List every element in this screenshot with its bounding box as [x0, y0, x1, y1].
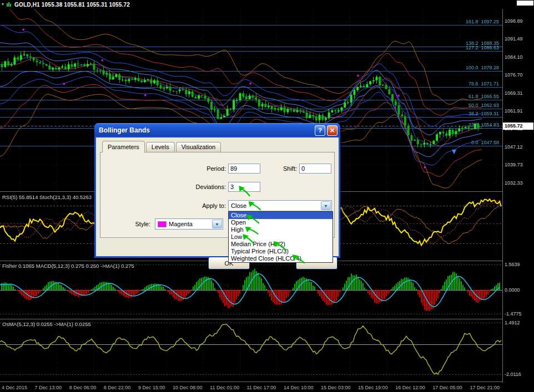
time-axis-label: 11 Dec 17:00 — [246, 385, 276, 390]
price-axis-label: 1039.73 — [505, 162, 523, 167]
chart-icon — [6, 2, 12, 8]
mt4-chart-window: ▾ GOLD,H1 1055.38 1055.81 1055.31 1055.7… — [0, 0, 534, 392]
time-axis-label: 8 Dec 22:00 — [104, 385, 131, 390]
dropdown-option-open[interactable]: Open — [229, 219, 333, 226]
macd-axis-label: 1.5639 — [505, 262, 520, 267]
apply-to-dropdown-list: Close Open High Low Median Price (HL/2) … — [228, 211, 333, 263]
dialog-titlebar[interactable]: Bollinger Bands ? ✕ — [94, 123, 340, 138]
window-title: GOLD,H1 1055.38 1055.81 1055.31 1055.72 — [14, 2, 130, 8]
style-select[interactable]: Magenta ▼ — [155, 218, 223, 230]
price-axis-label: 1032.33 — [505, 180, 523, 186]
style-value: Magenta — [167, 221, 211, 227]
dropdown-option-high[interactable]: High — [229, 226, 333, 233]
deviations-label: Deviations: — [178, 184, 226, 190]
help-icon[interactable]: ? — [315, 125, 325, 136]
time-axis-label: 9 Dec 15:00 — [138, 385, 165, 390]
macd-panel-canvas[interactable] — [0, 261, 502, 318]
dropdown-option-low[interactable]: Low — [229, 233, 333, 241]
price-axis-label: 1084.10 — [505, 54, 523, 60]
price-axis-label: 1098.89 — [505, 18, 523, 24]
tab-parameters[interactable]: Parameters — [102, 141, 145, 152]
chevron-down-icon[interactable]: ▼ — [212, 220, 222, 228]
bollinger-bands-dialog: Bollinger Bands ? ✕ Parameters Levels Vi… — [94, 123, 340, 258]
close-icon[interactable]: ✕ — [327, 125, 337, 136]
time-axis-label: 10 Dec 08:00 — [173, 385, 203, 390]
panel-separator[interactable] — [0, 319, 534, 319]
time-axis-label: 15 Dec 03:00 — [321, 385, 351, 390]
dialog-title: Bollinger Bands — [97, 126, 313, 134]
apply-to-label: Apply to: — [173, 202, 226, 209]
shift-label: Shift: — [264, 165, 297, 172]
price-axis-label: 1061.91 — [505, 108, 523, 114]
time-axis-label: 14 Dec 10:00 — [284, 385, 314, 390]
apply-to-select[interactable]: Close ▼ — [228, 200, 332, 211]
dropdown-option-weighted-close[interactable]: Weighted Close (HLCC/4) — [229, 255, 333, 262]
price-axis-label: 1047.12 — [505, 144, 523, 150]
osma-axis-label: 1.4912 — [505, 320, 520, 325]
current-price-badge: 1055.72 — [503, 123, 533, 130]
panel-separator[interactable] — [0, 381, 534, 382]
style-color-swatch — [158, 221, 167, 227]
price-axis-label: 1091.49 — [505, 36, 523, 42]
rsi-indicator-label: RSI(5) 55.8514 Stoch(21,3,3) 40.5263 — [2, 194, 92, 200]
tab-visualization[interactable]: Visualization — [176, 142, 221, 152]
price-axis-label: 1069.31 — [505, 90, 523, 96]
time-axis-label: 11 Dec 01:00 — [210, 385, 239, 390]
style-label: Style: — [125, 221, 150, 227]
time-axis-label: 17 Dec 21:00 — [470, 385, 500, 390]
shift-input[interactable] — [299, 164, 331, 174]
osma-axis-label: -2.0116 — [505, 371, 521, 377]
macd-axis-label: -1.4775 — [505, 311, 522, 317]
dialog-tabs: Parameters Levels Visualization — [100, 141, 335, 152]
dropdown-option-close[interactable]: Close — [229, 212, 333, 219]
tab-levels[interactable]: Levels — [146, 142, 175, 152]
apply-to-value: Close — [229, 202, 320, 209]
time-axis-label: 17 Dec 05:00 — [432, 385, 462, 390]
deviations-input[interactable] — [228, 182, 260, 192]
time-axis[interactable]: 4 Dec 20157 Dec 13:008 Dec 06:008 Dec 22… — [0, 383, 501, 391]
time-axis-label: 8 Dec 06:00 — [69, 385, 97, 390]
caret-icon: ▾ — [2, 2, 4, 7]
time-axis-label: 4 Dec 2015 — [2, 385, 27, 390]
macd-indicator-label: Fisher 0.1065 MACD(5,12,3) 0.275 0.250 -… — [2, 263, 134, 269]
dropdown-option-typical-price[interactable]: Typical Price (HLC/3) — [229, 248, 333, 255]
chart-titlebar: ▾ GOLD,H1 1055.38 1055.81 1055.31 1055.7… — [0, 0, 534, 9]
price-axis[interactable]: 1098.891091.491084.101076.701069.311061.… — [503, 9, 534, 382]
osma-panel-canvas[interactable] — [0, 319, 502, 381]
macd-axis-label: 0.0000 — [505, 287, 520, 293]
time-axis-label: 15 Dec 19:00 — [358, 385, 388, 390]
period-label: Period: — [178, 165, 226, 172]
time-axis-label: 7 Dec 13:00 — [35, 385, 62, 390]
dropdown-option-median-price[interactable]: Median Price (HL/2) — [229, 241, 333, 248]
period-input[interactable] — [228, 164, 260, 174]
price-axis-label: 1076.70 — [505, 72, 523, 78]
osma-indicator-label: OsMA(5,12,3) 0.0255 ->MA(1) 0.0255 — [2, 321, 91, 327]
titlebar-right-marker — [517, 1, 533, 6]
time-axis-label: 16 Dec 12:00 — [395, 385, 425, 390]
chevron-down-icon[interactable]: ▼ — [321, 201, 331, 210]
